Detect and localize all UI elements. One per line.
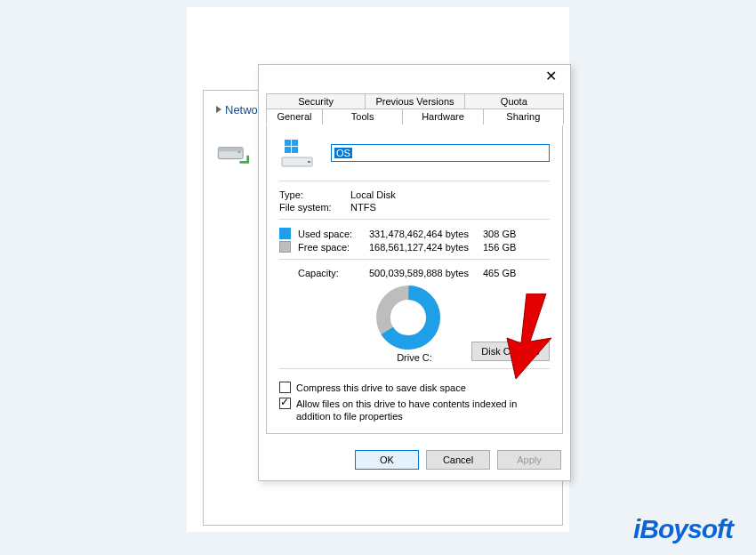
svg-rect-5: [285, 140, 291, 146]
filesystem-row: File system: NTFS: [279, 201, 550, 213]
tab-hardware[interactable]: Hardware: [402, 109, 483, 125]
network-drive-icon: [216, 142, 250, 165]
filesystem-value: NTFS: [350, 202, 376, 213]
separator: [279, 219, 550, 220]
drive-properties-dialog: ✕ Security Previous Versions Quota Gener…: [258, 64, 571, 481]
svg-rect-8: [292, 147, 298, 153]
svg-rect-4: [308, 161, 310, 163]
free-space-row: Free space: 168,561,127,424 bytes 156 GB: [279, 240, 550, 253]
free-space-gb: 156 GB: [483, 242, 516, 253]
svg-rect-1: [218, 148, 243, 152]
index-label: Allow files on this drive to have conten…: [296, 398, 536, 422]
separator: [279, 181, 550, 181]
disk-name-input[interactable]: OS: [331, 144, 550, 162]
apply-button[interactable]: Apply: [497, 450, 561, 470]
separator: [279, 259, 550, 260]
general-panel: OS Type: Local Disk File system: NTFS Us…: [266, 125, 563, 434]
type-value: Local Disk: [350, 189, 396, 200]
ok-button[interactable]: OK: [355, 450, 419, 470]
tab-security[interactable]: Security: [266, 93, 366, 109]
free-space-bytes: 168,561,127,424 bytes: [369, 242, 483, 253]
capacity-bytes: 500,039,589,888 bytes: [369, 268, 483, 278]
tab-sharing[interactable]: Sharing: [483, 109, 564, 125]
iboysoft-watermark: iBoysoft: [633, 514, 733, 544]
tab-general[interactable]: General: [266, 109, 323, 125]
windows-drive-icon: [279, 138, 315, 168]
type-label: Type:: [279, 189, 350, 200]
index-option[interactable]: Allow files on this drive to have conten…: [279, 396, 550, 424]
filesystem-label: File system:: [279, 202, 350, 213]
used-space-bytes: 331,478,462,464 bytes: [369, 229, 483, 239]
used-space-row: Used space: 331,478,462,464 bytes 308 GB: [279, 227, 550, 240]
capacity-row: Capacity: 500,039,589,888 bytes 465 GB: [279, 267, 550, 279]
compress-checkbox[interactable]: [279, 382, 291, 393]
capacity-gb: 465 GB: [483, 268, 516, 278]
free-space-swatch: [279, 241, 291, 253]
tab-previous-versions[interactable]: Previous Versions: [365, 93, 464, 109]
tab-tools[interactable]: Tools: [322, 109, 403, 125]
capacity-label: Capacity:: [298, 268, 369, 278]
free-space-label: Free space:: [298, 242, 369, 253]
svg-rect-6: [292, 140, 298, 146]
cancel-button[interactable]: Cancel: [426, 450, 490, 470]
svg-rect-3: [282, 157, 312, 166]
disk-name-selected-text: OS: [334, 148, 352, 158]
used-space-swatch: [279, 228, 291, 239]
separator: [279, 368, 550, 369]
index-checkbox[interactable]: [279, 398, 291, 409]
type-row: Type: Local Disk: [279, 189, 550, 201]
used-space-label: Used space:: [298, 229, 369, 239]
tab-quota[interactable]: Quota: [464, 93, 564, 109]
disk-cleanup-button[interactable]: Disk Cleanup: [471, 342, 550, 361]
svg-rect-2: [238, 151, 241, 153]
used-space-gb: 308 GB: [483, 229, 516, 239]
network-section-label[interactable]: Netwo: [216, 103, 258, 117]
svg-rect-7: [285, 147, 291, 153]
tab-strip: Security Previous Versions Quota General…: [266, 93, 563, 125]
dialog-button-row: OK Cancel Apply: [259, 441, 570, 480]
compress-option[interactable]: Compress this drive to save disk space: [279, 380, 550, 396]
usage-donut-chart: [375, 285, 441, 350]
compress-label: Compress this drive to save disk space: [296, 382, 466, 394]
dialog-titlebar[interactable]: ✕: [259, 65, 570, 90]
close-icon[interactable]: ✕: [533, 67, 568, 88]
